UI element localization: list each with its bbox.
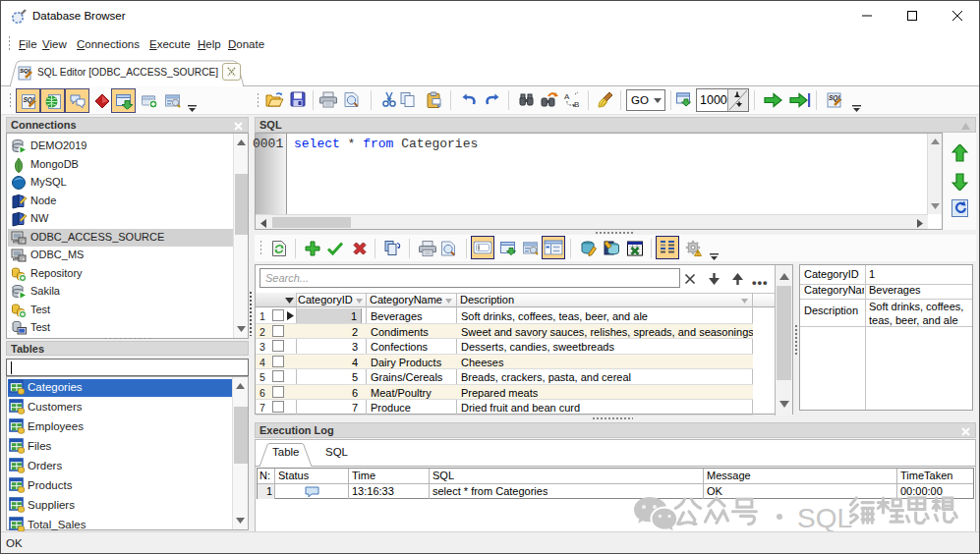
svg-text:A: A [564, 92, 570, 101]
svg-text:B: B [574, 100, 579, 108]
svg-text:!: ! [697, 250, 699, 256]
svg-text:SQL: SQL [797, 503, 852, 533]
